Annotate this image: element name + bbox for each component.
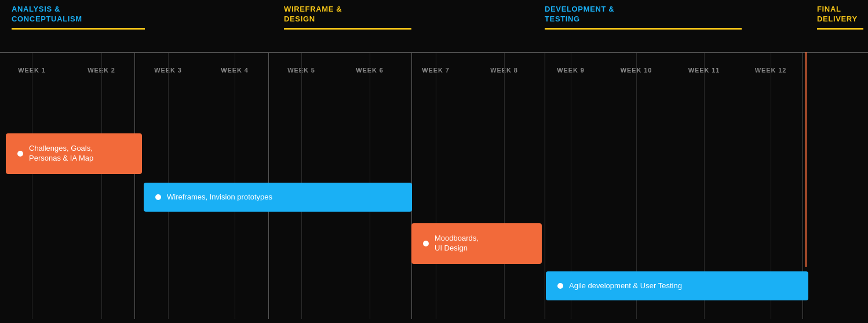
- grid-vline: [32, 52, 32, 319]
- bar-label: Moodboards,UI Design: [435, 234, 479, 253]
- phase-title-analysis: ANALYSIS &CONCEPTUALISM: [12, 5, 151, 24]
- bar-moodboards: Moodboards,UI Design: [411, 223, 542, 264]
- phase-underline-development: [545, 28, 742, 30]
- bar-bullet: [557, 283, 563, 289]
- phase-title-wireframe: WIREFRAME &DESIGN: [284, 5, 417, 24]
- bar-challenges: Challenges, Goals,Personas & IA Map: [6, 133, 142, 174]
- bar-bullet: [423, 241, 429, 246]
- bar-label: Challenges, Goals,Personas & IA Map: [29, 144, 93, 164]
- phase-underline-analysis: [12, 28, 145, 30]
- now-marker: [805, 52, 807, 267]
- phase-final: FINALDELIVERY: [811, 0, 868, 30]
- bar-label: Agile development & User Testing: [569, 281, 682, 291]
- grid-vline: [436, 52, 436, 319]
- bar-bullet: [17, 151, 23, 157]
- bar-bullet: [155, 194, 161, 200]
- phase-title-final: FINALDELIVERY: [817, 5, 868, 24]
- phase-analysis: ANALYSIS &CONCEPTUALISM: [6, 0, 151, 30]
- phase-wireframe: WIREFRAME &DESIGN: [278, 0, 417, 30]
- bar-agile: Agile development & User Testing: [546, 271, 808, 300]
- phase-underline-wireframe: [284, 28, 411, 30]
- grid-vline: [101, 52, 102, 319]
- gantt-chart: ANALYSIS &CONCEPTUALISM WIREFRAME &DESIG…: [0, 0, 868, 323]
- grid-vline: [504, 52, 505, 319]
- bar-label: Wireframes, Invision prototypes: [167, 193, 272, 202]
- bar-wireframes: Wireframes, Invision prototypes: [144, 183, 412, 212]
- top-hline: [0, 52, 868, 53]
- phase-boundary-line: [134, 52, 135, 319]
- phase-title-development: DEVELOPMENT &TESTING: [545, 5, 747, 24]
- phase-underline-final: [817, 28, 863, 30]
- phase-boundary-line: [545, 52, 545, 319]
- phase-development: DEVELOPMENT &TESTING: [539, 0, 747, 30]
